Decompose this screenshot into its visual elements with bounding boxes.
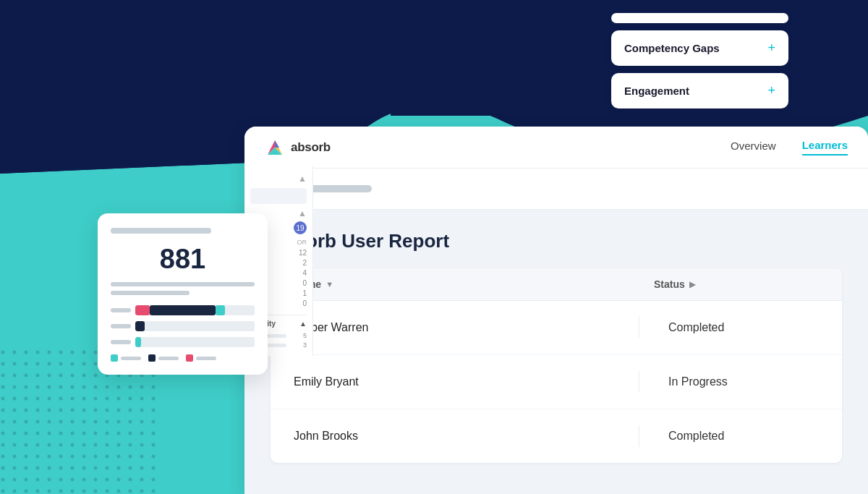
col-name-header: Name ▼ — [271, 278, 639, 290]
svg-marker-5 — [275, 140, 279, 148]
row-1-status: In Progress — [639, 375, 842, 388]
filter-input[interactable] — [250, 188, 307, 204]
row-0-status: Completed — [639, 321, 842, 334]
table-header: Name ▼ Status ▶ — [271, 268, 842, 301]
table-row[interactable]: John Brooks Completed — [271, 409, 842, 463]
legend-line-0 — [121, 357, 141, 360]
row-2-name: John Brooks — [271, 430, 639, 443]
stats-card: 881 — [98, 213, 268, 375]
priority-num-0: 5 — [303, 332, 307, 339]
bar-row-2 — [111, 337, 255, 347]
table-row[interactable]: Amber Warren Completed — [271, 301, 842, 355]
bar-label-0 — [111, 308, 131, 312]
filter-num-1: 2 — [302, 259, 307, 267]
bar-row-0 — [111, 305, 255, 315]
right-cards-panel: Competency Gaps + Engagement + — [611, 13, 788, 108]
legend-item-2 — [186, 354, 216, 362]
report-title: Absorb User Report — [271, 230, 842, 252]
top-nav: absorb Overview Learners — [244, 127, 868, 169]
legend-dot-2 — [186, 354, 193, 362]
bar-row-1 — [111, 321, 255, 331]
tab-learners[interactable]: Learners — [802, 139, 848, 156]
tab-overview[interactable]: Overview — [731, 140, 776, 155]
status-sort-icon[interactable]: ▶ — [689, 280, 695, 289]
col-status-header: Status ▶ — [639, 278, 842, 290]
filter-num-0: 12 — [299, 249, 307, 257]
row-1-name: Emily Bryant — [271, 375, 639, 388]
absorb-logo-text: absorb — [291, 140, 331, 155]
report-table: Name ▼ Status ▶ Amber Warren Completed E… — [271, 268, 842, 463]
priority-collapse-icon[interactable]: ▲ — [299, 320, 307, 328]
priority-num-1: 3 — [303, 341, 307, 349]
stats-title-bar — [111, 228, 211, 234]
filter-num-2: 4 — [302, 269, 307, 277]
legend-item-0 — [111, 354, 141, 362]
legend-dot-0 — [111, 354, 118, 362]
absorb-logo-icon — [265, 137, 285, 158]
legend-dot-1 — [148, 354, 156, 362]
bar-label-2 — [111, 340, 131, 344]
engagement-plus[interactable]: + — [767, 83, 775, 98]
nav-tabs: Overview Learners — [731, 139, 848, 156]
legend-line-2 — [196, 357, 216, 360]
top-card-placeholder — [611, 13, 788, 23]
main-ui-panel: absorb Overview Learners Absorb User Rep… — [244, 127, 868, 494]
filter-num-3: 0 — [302, 279, 307, 287]
filter-collapse-icon[interactable]: ▲ — [250, 174, 307, 184]
bar-track-2 — [135, 337, 255, 347]
logo-area: absorb — [265, 137, 331, 158]
competency-gaps-card[interactable]: Competency Gaps + — [611, 30, 788, 66]
legend-line-1 — [158, 357, 179, 360]
filter-badge: 19 — [294, 221, 307, 234]
stats-number: 881 — [111, 244, 255, 275]
bar-track-0 — [135, 305, 255, 315]
filter-num-4: 1 — [302, 289, 307, 297]
competency-gaps-plus[interactable]: + — [767, 41, 775, 56]
row-0-name: Amber Warren — [271, 321, 639, 334]
filter-num-5: 0 — [302, 299, 307, 307]
user-row — [244, 169, 868, 210]
stats-sub-bar-2 — [111, 291, 190, 295]
bar-chart — [111, 305, 255, 347]
stats-sub-bar-1 — [111, 282, 255, 286]
col-status-label: Status — [654, 278, 685, 290]
engagement-card[interactable]: Engagement + — [611, 73, 788, 108]
bar-track-1 — [135, 321, 255, 331]
legend-row — [111, 354, 255, 362]
row-2-status: Completed — [639, 430, 842, 443]
legend-item-1 — [148, 354, 179, 362]
table-row[interactable]: Emily Bryant In Progress — [271, 355, 842, 409]
engagement-label: Engagement — [624, 85, 689, 97]
competency-gaps-label: Competency Gaps — [624, 42, 720, 54]
name-sort-icon[interactable]: ▼ — [326, 280, 333, 289]
report-content: Absorb User Report Name ▼ Status ▶ Amber… — [244, 210, 868, 463]
bar-label-1 — [111, 324, 131, 328]
